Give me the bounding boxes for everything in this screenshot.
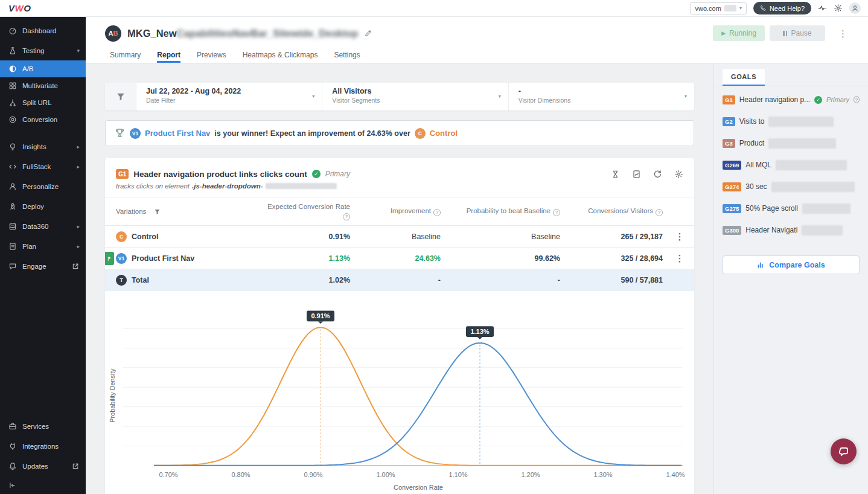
sidebar-item-split-url[interactable]: Split URL: [0, 94, 86, 111]
account-id-redacted: [724, 5, 736, 11]
chat-widget-button[interactable]: [831, 438, 857, 464]
info-icon[interactable]: ?: [433, 209, 441, 216]
info-icon[interactable]: ?: [553, 209, 560, 216]
bell-icon: [8, 462, 17, 470]
control-name: Control: [430, 129, 458, 138]
sidebar-item-testing[interactable]: Testing▾: [0, 40, 86, 60]
topbar: VWO vwo.com ▾ Need Help?: [0, 0, 868, 17]
redacted-text: [802, 225, 843, 236]
total-label: Total: [132, 276, 149, 284]
sidebar-item-label: Plan: [22, 243, 36, 250]
tab-summary[interactable]: Summary: [110, 51, 141, 63]
info-icon[interactable]: ?: [854, 96, 860, 103]
sidebar-item-ab[interactable]: A/B: [0, 60, 86, 77]
tab-settings[interactable]: Settings: [334, 51, 360, 63]
date-filter-dropdown[interactable]: Jul 22, 2022 - Aug 04, 2022 Date Filter …: [136, 83, 322, 111]
primary-label: Primary: [826, 96, 849, 103]
filter-bar: Jul 22, 2022 - Aug 04, 2022 Date Filter …: [105, 83, 694, 111]
svg-text:1.00%: 1.00%: [376, 471, 395, 478]
goal-list-item[interactable]: G269 All MQL: [723, 159, 860, 171]
winner-variation-name: Product First Nav: [145, 129, 210, 138]
row-options-icon[interactable]: ⋮: [675, 231, 685, 242]
sidebar-item-label: Updates: [22, 463, 48, 470]
sidebar-item-deploy[interactable]: Deploy: [0, 196, 86, 216]
sidebar-item-label: Dashboard: [22, 27, 56, 34]
sidebar-item-updates[interactable]: Updates: [0, 456, 86, 476]
goals-list: G1 Header navigation p... ✓ Primary ? G2…: [723, 94, 860, 246]
external-link-icon: [71, 462, 80, 470]
sidebar-bottom-group: Services Integrations Updates: [0, 416, 86, 494]
redacted-text: [802, 204, 850, 214]
goal-badge: G2: [723, 117, 735, 126]
account-selector[interactable]: vwo.com ▾: [690, 2, 746, 14]
segments-dropdown[interactable]: All Visitors Visitor Segments ▾: [322, 83, 508, 111]
gear-icon[interactable]: [834, 4, 843, 13]
refresh-icon[interactable]: [653, 170, 662, 179]
goal-list-item[interactable]: G1 Header navigation p... ✓ Primary ?: [723, 94, 860, 106]
dimensions-dropdown[interactable]: - Visitor Dimensions ▾: [509, 83, 694, 111]
goal-badge: G300: [723, 226, 741, 235]
goal-badge: G1: [116, 169, 129, 179]
goal-badge: G275: [723, 204, 741, 213]
tab-previews[interactable]: Previews: [197, 51, 226, 63]
sidebar-item-label: FullStack: [22, 163, 51, 170]
tab-goals[interactable]: GOALS: [723, 69, 765, 86]
redacted-text: [768, 117, 834, 127]
sidebar-item-services[interactable]: Services: [0, 416, 86, 436]
tab-report[interactable]: Report: [157, 51, 180, 63]
sidebar-item-label: Split URL: [22, 99, 52, 106]
more-options-icon[interactable]: ⋮: [838, 29, 847, 38]
chevron-right-icon: ▸: [77, 164, 80, 170]
goal-description-text: tracks clicks on element: [116, 182, 190, 190]
sidebar-item-personalize[interactable]: Personalize: [0, 176, 86, 196]
edit-title-icon[interactable]: [364, 29, 372, 37]
goal-selector: .js-header-dropdown-: [192, 182, 263, 190]
goal-label: Product: [739, 139, 764, 147]
report-icon[interactable]: [632, 170, 641, 179]
user-avatar[interactable]: [849, 2, 861, 14]
goal-list-item[interactable]: G300 Header Navigati: [723, 224, 860, 236]
sidebar-item-multivariate[interactable]: Multivariate: [0, 77, 86, 94]
need-help-button[interactable]: Need Help?: [753, 2, 811, 14]
sidebar-item-conversion[interactable]: Conversion: [0, 111, 86, 128]
running-button[interactable]: ▶Running: [713, 25, 765, 41]
sidebar-item-label: Data360: [22, 223, 48, 230]
tab-heatmaps[interactable]: Heatmaps & Clickmaps: [243, 51, 318, 63]
sidebar-item-fullstack[interactable]: FullStack▸: [0, 156, 86, 176]
vwo-logo: VWO: [8, 3, 31, 13]
sidebar-item-insights[interactable]: Insights▸: [0, 136, 86, 156]
goal-list-item[interactable]: G3 Product: [723, 137, 860, 149]
sidebar-item-engage[interactable]: Engage: [0, 256, 86, 276]
sidebar-collapse-button[interactable]: [0, 476, 86, 494]
redacted-text: [266, 183, 337, 189]
redacted-text: [776, 160, 847, 170]
goal-header: G1 Header navigation product links click…: [105, 158, 694, 179]
chevron-right-icon: ▸: [77, 223, 80, 229]
sidebar-item-dashboard[interactable]: Dashboard: [0, 21, 86, 40]
activity-icon[interactable]: [818, 4, 827, 13]
dashboard-icon: [8, 27, 17, 35]
goal-list-item[interactable]: G2 Visits to: [723, 115, 860, 127]
chevron-down-icon: ▾: [77, 48, 80, 54]
variations-table: Variations Expected Conversion Rate? Imp…: [105, 197, 694, 291]
sidebar-item-data360[interactable]: Data360▸: [0, 216, 86, 236]
sidebar-item-label: Multivariate: [22, 82, 58, 89]
pause-button[interactable]: Pause: [770, 25, 825, 41]
row-options-icon[interactable]: ⋮: [675, 253, 685, 263]
compare-goals-button[interactable]: Compare Goals: [723, 255, 860, 274]
goal-list-item[interactable]: G274 30 sec: [723, 181, 860, 193]
logo-letter: O: [24, 3, 31, 13]
expected-rate: 0.91%: [256, 233, 353, 241]
sidebar-item-label: A/B: [22, 65, 34, 72]
gear-icon[interactable]: [674, 170, 683, 179]
info-icon[interactable]: ?: [656, 209, 663, 216]
hourglass-icon[interactable]: [611, 170, 620, 179]
goal-list-item[interactable]: G275 50% Page scroll: [723, 202, 860, 214]
phone-icon: [760, 5, 767, 11]
svg-text:Probability Density: Probability Density: [109, 368, 116, 423]
info-icon[interactable]: ?: [343, 213, 350, 220]
sidebar-item-integrations[interactable]: Integrations: [0, 436, 86, 456]
funnel-icon[interactable]: [154, 208, 161, 215]
sidebar-item-plan[interactable]: Plan▸: [0, 236, 86, 256]
improvement: 24.63%: [353, 254, 443, 263]
